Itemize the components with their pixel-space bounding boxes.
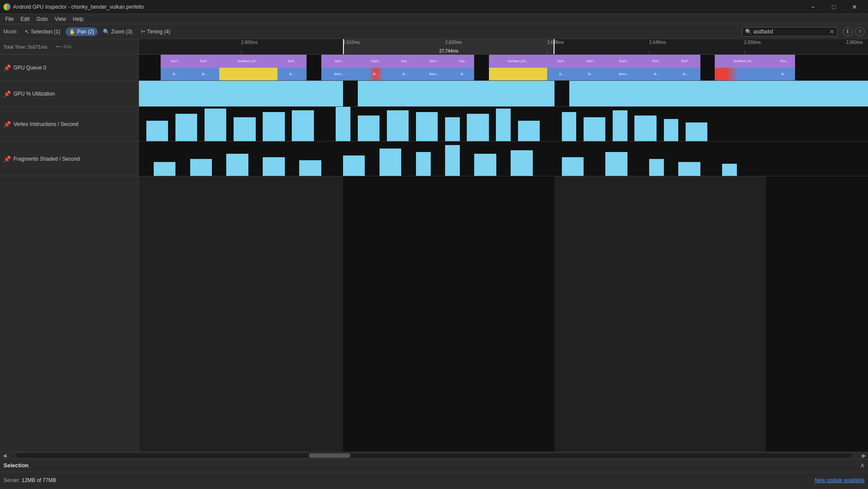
selection-duration-label: 27.744ms xyxy=(439,49,459,53)
fragments-shaded-row: 📌 Fragments Shaded / Second xyxy=(0,142,868,176)
total-time-label: Total Time: 5s071ms xyxy=(3,44,47,50)
help-button[interactable]: ? xyxy=(855,27,865,36)
server-value: 12MB of 77MB xyxy=(22,477,56,483)
gpu-queue-label-text: GPU Queue 0 xyxy=(13,65,46,71)
search-icon: 🔍 xyxy=(745,29,752,35)
vertex-instructions-label: 📌 Vertex Instructions / Second xyxy=(0,107,139,141)
update-available-link[interactable]: New update available xyxy=(815,477,865,483)
search-container[interactable]: 🔍 ✕ xyxy=(742,27,838,36)
timing-icon: ⊢ xyxy=(141,29,145,35)
scroll-right-button[interactable]: ▶ xyxy=(860,453,867,459)
zoom-mode-label: Zoom (3) xyxy=(111,29,132,35)
app-icon xyxy=(3,3,10,10)
menu-help[interactable]: Help xyxy=(69,15,87,23)
menu-file[interactable]: File xyxy=(2,15,17,23)
main-content: Total Time: 5s071ms ⟵ 2ms 2,600ms 2,610m… xyxy=(0,39,868,459)
tick-2600: 2,600ms xyxy=(241,40,257,45)
scale-indicator: ⟵ 2ms xyxy=(56,44,72,49)
minimize-button[interactable]: − xyxy=(803,0,823,14)
gpu-utilization-row: 📌 GPU % Utilization xyxy=(0,81,868,107)
zoom-icon: 🔍 xyxy=(103,29,109,35)
selection-mode-button[interactable]: ↖ Selection (1) xyxy=(21,27,63,36)
vertex-instructions-label-text: Vertex Instructions / Second xyxy=(13,121,78,127)
empty-area xyxy=(0,176,868,452)
menu-goto[interactable]: Goto xyxy=(33,15,51,23)
timeline-ruler: 2,600ms 2,610ms 2,620ms 2,630ms 2,640ms … xyxy=(139,39,868,54)
empty-overlay-1 xyxy=(139,176,343,452)
pan-icon: ✋ xyxy=(69,29,76,35)
horizontal-scrollbar[interactable]: ◀ ▶ xyxy=(0,452,868,459)
timing-mode-button[interactable]: ⊢ Timing (4) xyxy=(138,27,174,36)
fragments-shaded-label-text: Fragments Shaded / Second xyxy=(13,156,80,162)
tick-2660: 2,660ms xyxy=(846,40,863,45)
empty-overlay-2 xyxy=(554,176,766,452)
status-bar: Selection ∧ Server: 12MB of 77MB New upd… xyxy=(0,459,868,489)
window-title: Android GPU Inspector - chonky_bender_vu… xyxy=(13,4,144,10)
fragments-shaded-content[interactable] xyxy=(139,142,868,176)
vertex-instructions-row: 📌 Vertex Instructions / Second xyxy=(0,107,868,142)
tick-line-5 xyxy=(649,51,650,54)
scrollbar-thumb[interactable] xyxy=(309,453,350,458)
fragments-pin-icon[interactable]: 📌 xyxy=(3,155,11,162)
total-time-display: Total Time: 5s071ms ⟵ 2ms xyxy=(0,39,139,54)
selection-icon: ↖ xyxy=(25,29,29,35)
selection-range: 27.744ms xyxy=(343,39,554,54)
zoom-mode-button[interactable]: 🔍 Zoom (3) xyxy=(99,27,136,36)
tick-line-6 xyxy=(744,51,745,54)
window-controls: − □ ✕ xyxy=(803,0,865,14)
timing-mode-label: Timing (4) xyxy=(147,29,171,35)
selection-mode-label: Selection (1) xyxy=(31,29,60,35)
pan-mode-button[interactable]: ✋ Pan (2) xyxy=(66,27,98,36)
tick-2640: 2,640ms xyxy=(649,40,666,45)
title-bar-left: Android GPU Inspector - chonky_bender_vu… xyxy=(3,3,144,10)
gpu-queue-pin-icon[interactable]: 📌 xyxy=(3,64,11,71)
status-top: Selection ∧ xyxy=(0,459,868,472)
toolbar: Mode: ↖ Selection (1) ✋ Pan (2) 🔍 Zoom (… xyxy=(0,24,868,39)
server-label: Server: xyxy=(3,477,22,483)
gpu-utilization-content[interactable] xyxy=(139,81,868,106)
vertex-pin-icon[interactable]: 📌 xyxy=(3,121,11,128)
search-input[interactable] xyxy=(753,29,829,35)
server-info: Server: 12MB of 77MB xyxy=(3,477,56,483)
empty-timeline xyxy=(139,176,868,452)
mode-label: Mode: xyxy=(3,29,18,35)
empty-label-col xyxy=(0,176,139,452)
tick-2650: 2,650ms xyxy=(744,40,761,45)
fragments-shaded-label: 📌 Fragments Shaded / Second xyxy=(0,142,139,176)
tick-line-1 xyxy=(241,51,241,54)
scrollbar-track[interactable] xyxy=(17,453,851,458)
collapse-button[interactable]: ∧ xyxy=(860,462,865,469)
info-button[interactable]: ℹ xyxy=(843,27,852,36)
gpu-queue-row: 📌 GPU Queue 0 Surf... B... Surf... B... xyxy=(0,55,868,81)
maximize-button[interactable]: □ xyxy=(824,0,844,14)
gpu-util-pin-icon[interactable]: 📌 xyxy=(3,90,11,97)
status-bottom: Server: 12MB of 77MB New update availabl… xyxy=(0,472,868,489)
info-icons: ℹ ? xyxy=(843,27,865,36)
vertex-instructions-content[interactable] xyxy=(139,107,868,141)
timeline-header: Total Time: 5s071ms ⟵ 2ms 2,600ms 2,610m… xyxy=(0,39,868,55)
gpu-queue-content[interactable]: Surf... B... Surf... B... Surface (10...… xyxy=(139,55,868,80)
gpu-utilization-label: 📌 GPU % Utilization xyxy=(0,81,139,106)
menu-view[interactable]: View xyxy=(51,15,69,23)
title-bar: Android GPU Inspector - chonky_bender_vu… xyxy=(0,0,868,14)
gpu-queue-label: 📌 GPU Queue 0 xyxy=(0,55,139,80)
track-rows: 📌 GPU Queue 0 Surf... B... Surf... B... xyxy=(0,55,868,452)
search-clear-button[interactable]: ✕ xyxy=(829,28,835,35)
menu-bar: File Edit Goto View Help xyxy=(0,14,868,24)
close-button[interactable]: ✕ xyxy=(845,0,865,14)
scroll-left-button[interactable]: ◀ xyxy=(1,453,8,459)
menu-edit[interactable]: Edit xyxy=(17,15,33,23)
pan-mode-label: Pan (2) xyxy=(77,29,94,35)
gpu-utilization-label-text: GPU % Utilization xyxy=(13,91,55,97)
selection-heading: Selection xyxy=(3,462,29,469)
